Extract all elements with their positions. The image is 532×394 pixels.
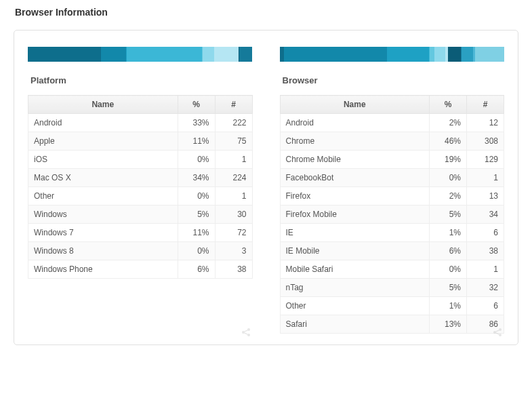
cell-count: 38 bbox=[215, 260, 252, 279]
cell-pct: 0% bbox=[178, 151, 215, 169]
cell-name: FacebookBot bbox=[280, 169, 430, 187]
cell-pct: 19% bbox=[430, 151, 467, 169]
bar-segment bbox=[239, 47, 253, 62]
table-row: Firefox2%13 bbox=[280, 187, 504, 205]
cell-name: Android bbox=[28, 114, 178, 132]
cell-count: 13 bbox=[467, 187, 504, 205]
cell-name: Mac OS X bbox=[28, 169, 178, 187]
browser-header-count: # bbox=[467, 96, 504, 114]
table-row: Mac OS X34%224 bbox=[28, 169, 253, 187]
cell-pct: 5% bbox=[178, 205, 215, 224]
table-row: nTag5%32 bbox=[280, 279, 504, 297]
table-row: Windows5%30 bbox=[28, 205, 253, 224]
share-icon[interactable] bbox=[492, 327, 503, 338]
cell-pct: 6% bbox=[430, 242, 467, 260]
cell-name: Other bbox=[28, 187, 178, 205]
cell-pct: 1% bbox=[430, 224, 467, 242]
cell-name: Windows Phone bbox=[28, 260, 178, 279]
cell-name: Android bbox=[280, 114, 430, 132]
cell-pct: 13% bbox=[430, 315, 467, 334]
table-row: Windows Phone6%38 bbox=[28, 260, 253, 279]
table-row: Other0%1 bbox=[28, 187, 253, 205]
cell-name: Mobile Safari bbox=[280, 260, 430, 279]
table-row: Android33%222 bbox=[28, 114, 253, 132]
table-row: Windows 711%72 bbox=[28, 224, 253, 242]
cell-name: IE Mobile bbox=[280, 242, 430, 260]
platform-header-name: Name bbox=[28, 96, 178, 114]
cell-count: 12 bbox=[467, 114, 504, 132]
bar-segment bbox=[280, 47, 285, 62]
bar-segment bbox=[28, 47, 101, 62]
cell-pct: 11% bbox=[178, 132, 215, 151]
table-row: Firefox Mobile5%34 bbox=[280, 205, 504, 224]
cell-pct: 33% bbox=[178, 114, 215, 132]
cell-count: 6 bbox=[467, 297, 504, 315]
cell-name: Other bbox=[280, 297, 430, 315]
cell-name: Windows bbox=[28, 205, 178, 224]
cell-count: 3 bbox=[215, 242, 252, 260]
cell-pct: 46% bbox=[430, 132, 467, 151]
platform-table: Name % # Android33%222Apple11%75iOS0%1Ma… bbox=[28, 95, 253, 279]
cell-name: Firefox Mobile bbox=[280, 205, 430, 224]
table-row: iOS0%1 bbox=[28, 151, 253, 169]
cell-count: 1 bbox=[467, 260, 504, 279]
table-row: Chrome46%308 bbox=[280, 132, 504, 151]
cell-count: 32 bbox=[467, 279, 504, 297]
table-row: Mobile Safari0%1 bbox=[280, 260, 504, 279]
cell-count: 38 bbox=[467, 242, 504, 260]
cell-name: Apple bbox=[28, 132, 178, 151]
cell-pct: 0% bbox=[430, 260, 467, 279]
browser-column: Browser Name % # Android2%12Chrome46%308… bbox=[280, 47, 505, 334]
cell-pct: 0% bbox=[178, 187, 215, 205]
platform-header-count: # bbox=[215, 96, 252, 114]
cell-name: Chrome bbox=[280, 132, 430, 151]
cell-pct: 0% bbox=[178, 242, 215, 260]
platform-stacked-bar bbox=[28, 47, 253, 62]
cell-name: IE bbox=[280, 224, 430, 242]
table-row: IE1%6 bbox=[280, 224, 504, 242]
cell-name: Windows 8 bbox=[28, 242, 178, 260]
bar-segment bbox=[475, 47, 504, 62]
cell-name: nTag bbox=[280, 279, 430, 297]
browser-header-name: Name bbox=[280, 96, 430, 114]
cell-pct: 0% bbox=[430, 169, 467, 187]
page-title: Browser Information bbox=[15, 7, 518, 18]
table-row: FacebookBot0%1 bbox=[280, 169, 504, 187]
table-row: Other1%6 bbox=[280, 297, 504, 315]
cell-count: 34 bbox=[467, 205, 504, 224]
bar-segment bbox=[448, 47, 462, 62]
cell-pct: 6% bbox=[178, 260, 215, 279]
cell-pct: 1% bbox=[430, 297, 467, 315]
cell-name: Windows 7 bbox=[28, 224, 178, 242]
bar-segment bbox=[203, 47, 213, 62]
cell-count: 6 bbox=[467, 224, 504, 242]
browser-table: Name % # Android2%12Chrome46%308Chrome M… bbox=[280, 95, 505, 334]
cell-count: 72 bbox=[215, 224, 252, 242]
bar-segment bbox=[387, 47, 430, 62]
browser-stacked-bar bbox=[280, 47, 505, 62]
cell-name: Firefox bbox=[280, 187, 430, 205]
cell-count: 75 bbox=[215, 132, 252, 151]
cell-pct: 5% bbox=[430, 279, 467, 297]
cell-count: 224 bbox=[215, 169, 252, 187]
share-icon[interactable] bbox=[241, 327, 251, 338]
table-row: Safari13%86 bbox=[280, 315, 504, 334]
bar-segment bbox=[214, 47, 239, 62]
platform-header-pct: % bbox=[178, 96, 215, 114]
cell-count: 1 bbox=[215, 187, 252, 205]
bar-segment bbox=[434, 47, 445, 62]
cell-name: Safari bbox=[280, 315, 430, 334]
bar-segment bbox=[127, 47, 203, 62]
info-panel: Platform Name % # Android33%222Apple11%7… bbox=[14, 30, 518, 345]
platform-title: Platform bbox=[30, 75, 253, 85]
table-row: Chrome Mobile19%129 bbox=[280, 151, 504, 169]
cell-count: 1 bbox=[215, 151, 252, 169]
table-row: IE Mobile6%38 bbox=[280, 242, 504, 260]
cell-count: 308 bbox=[467, 132, 504, 151]
bar-segment bbox=[430, 47, 434, 62]
bar-segment bbox=[101, 47, 125, 62]
cell-pct: 34% bbox=[178, 169, 215, 187]
cell-name: Chrome Mobile bbox=[280, 151, 430, 169]
cell-count: 222 bbox=[215, 114, 252, 132]
bar-segment bbox=[284, 47, 387, 62]
